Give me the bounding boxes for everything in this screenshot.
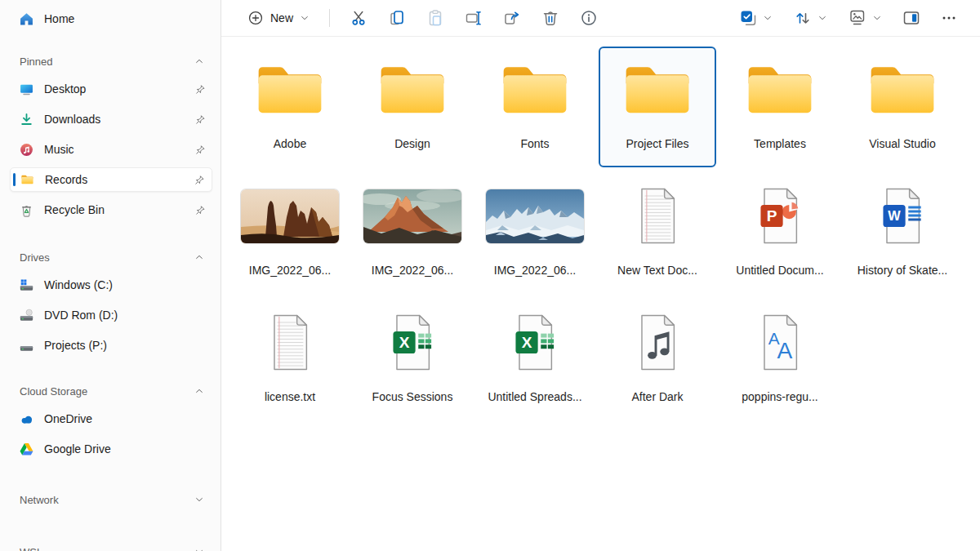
- file-tile[interactable]: Untitled Docum...: [721, 173, 839, 294]
- share-button[interactable]: [496, 5, 528, 31]
- file-name: History of Skate...: [858, 264, 947, 277]
- file-name: Untitled Docum...: [736, 264, 823, 277]
- info-button[interactable]: [572, 5, 605, 31]
- file-tile-selected[interactable]: Project Files: [599, 47, 716, 167]
- pin-icon[interactable]: [195, 114, 206, 125]
- sidebar-item-downloads[interactable]: Downloads: [10, 107, 212, 131]
- sidebar-item-label: DVD Rom (D:): [44, 309, 118, 322]
- font-file-icon: [723, 301, 837, 384]
- section-label: Network: [20, 494, 59, 506]
- chevron-down-icon: [872, 13, 882, 23]
- music-icon: [20, 143, 33, 157]
- file-name: Fonts: [520, 137, 549, 150]
- toolbar-right-group: [724, 5, 965, 31]
- select-all-icon: [739, 9, 757, 27]
- chevron-up-icon[interactable]: [194, 56, 204, 66]
- file-tile[interactable]: Adobe: [231, 47, 349, 167]
- file-name: Visual Studio: [869, 137, 935, 150]
- section-header-drives[interactable]: Drives: [8, 250, 214, 264]
- sidebar-item-onedrive[interactable]: OneDrive: [10, 407, 212, 431]
- sidebar-item-dvd-d[interactable]: DVD Rom (D:): [10, 303, 212, 327]
- paste-button[interactable]: [419, 5, 452, 31]
- chevron-down-icon: [300, 13, 310, 23]
- details-pane-button[interactable]: [895, 5, 928, 31]
- sidebar-item-google-drive[interactable]: Google Drive: [10, 437, 212, 461]
- more-options-button[interactable]: [933, 5, 965, 31]
- folder-icon: [355, 48, 470, 131]
- file-name: New Text Doc...: [617, 264, 697, 277]
- copy-button[interactable]: [381, 5, 413, 31]
- file-tile[interactable]: Fonts: [476, 47, 594, 167]
- onedrive-icon: [20, 412, 33, 426]
- rename-button[interactable]: [457, 5, 490, 31]
- sidebar-item-home[interactable]: Home: [10, 7, 212, 31]
- sidebar-item-label: Desktop: [44, 82, 86, 96]
- select-all-button[interactable]: [733, 5, 779, 31]
- file-tile[interactable]: license.txt: [231, 300, 349, 420]
- file-tile[interactable]: Templates: [721, 47, 839, 167]
- pin-icon[interactable]: [195, 205, 206, 216]
- file-name: IMG_2022_06...: [249, 264, 331, 277]
- section-header-network[interactable]: Network: [8, 492, 214, 507]
- drive-icon: [20, 339, 33, 353]
- file-tile[interactable]: IMG_2022_06...: [354, 173, 471, 294]
- file-name: license.txt: [265, 390, 315, 403]
- file-name: Untitled Spreads...: [488, 390, 581, 403]
- new-button[interactable]: New: [239, 6, 318, 30]
- desktop-icon: [20, 82, 33, 96]
- file-name: IMG_2022_06...: [372, 264, 453, 277]
- chevron-down-icon[interactable]: [194, 495, 204, 504]
- file-tile[interactable]: poppins-regu...: [721, 300, 839, 420]
- file-tile[interactable]: New Text Doc...: [599, 173, 716, 294]
- file-tile[interactable]: History of Skate...: [844, 173, 961, 294]
- sort-button[interactable]: [787, 5, 834, 31]
- folder-icon: [233, 48, 347, 131]
- chevron-up-icon[interactable]: [194, 386, 204, 396]
- view-button[interactable]: [842, 5, 889, 31]
- file-tile[interactable]: IMG_2022_06...: [231, 173, 349, 294]
- file-tile[interactable]: After Dark: [599, 300, 716, 420]
- pin-icon[interactable]: [194, 175, 205, 185]
- sidebar-item-projects-p[interactable]: Projects (P:): [10, 333, 212, 358]
- image-thumbnail-sunset-peak: [355, 175, 470, 257]
- word-file-icon: [845, 175, 960, 257]
- chevron-down-icon[interactable]: [194, 547, 204, 551]
- file-name: Templates: [754, 137, 806, 150]
- sidebar-item-desktop[interactable]: Desktop: [10, 77, 212, 101]
- chevron-up-icon[interactable]: [194, 252, 204, 262]
- section-header-wsl[interactable]: WSL: [8, 544, 214, 551]
- sidebar-item-label: OneDrive: [44, 412, 92, 425]
- sort-icon: [794, 9, 812, 27]
- file-name: Adobe: [274, 137, 306, 150]
- dvd-drive-icon: [20, 309, 33, 322]
- file-name: Focus Sessions: [372, 390, 453, 403]
- pin-icon[interactable]: [195, 144, 206, 155]
- file-tile[interactable]: Focus Sessions: [354, 300, 471, 420]
- folder-icon: [600, 48, 715, 131]
- rename-icon: [465, 9, 483, 27]
- delete-button[interactable]: [534, 5, 567, 31]
- section-header-cloud-storage[interactable]: Cloud Storage: [8, 384, 214, 398]
- sidebar-item-label: Music: [44, 143, 74, 156]
- section-label: Pinned: [20, 56, 52, 68]
- file-tile[interactable]: Design: [354, 47, 471, 167]
- windows-drive-icon: [20, 278, 33, 292]
- sidebar-item-recycle-bin[interactable]: Recycle Bin: [10, 198, 212, 222]
- file-explorer-window: Home Pinned Desktop Downloads Music Reco…: [0, 0, 980, 551]
- info-icon: [580, 9, 598, 27]
- sidebar-item-records[interactable]: Records: [10, 167, 212, 192]
- pin-icon[interactable]: [195, 84, 206, 95]
- view-icon: [849, 9, 866, 27]
- share-icon: [503, 9, 521, 27]
- file-tile[interactable]: Untitled Spreads...: [476, 300, 594, 420]
- section-header-pinned[interactable]: Pinned: [8, 54, 214, 69]
- sidebar-item-music[interactable]: Music: [10, 137, 212, 162]
- file-name: After Dark: [631, 390, 683, 403]
- sidebar-item-windows-c[interactable]: Windows (C:): [10, 273, 212, 297]
- cut-button[interactable]: [342, 5, 375, 31]
- chevron-down-icon: [817, 13, 827, 23]
- file-tile[interactable]: Visual Studio: [844, 47, 961, 167]
- more-icon: [940, 9, 958, 27]
- file-tile[interactable]: IMG_2022_06...: [476, 173, 594, 294]
- image-thumbnail-desert: [233, 175, 347, 257]
